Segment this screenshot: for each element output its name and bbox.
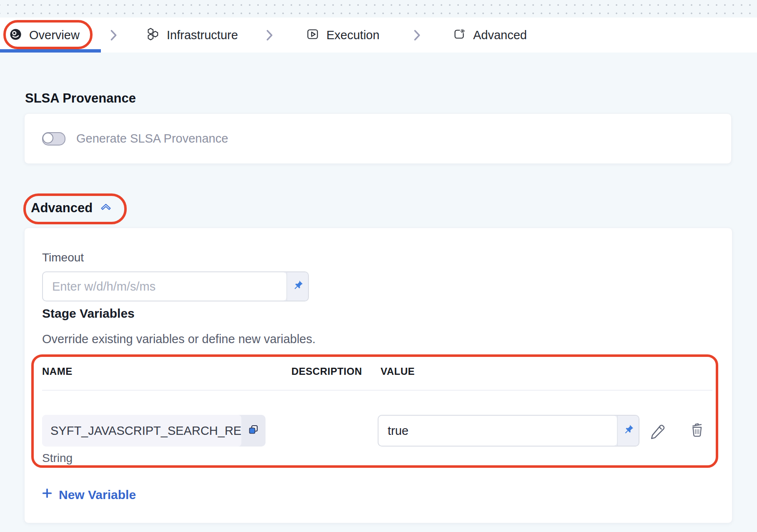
copy-icon (247, 424, 260, 438)
table-header-divider (42, 390, 712, 391)
chevron-right-icon (263, 28, 275, 44)
execution-play-icon (306, 28, 319, 43)
pin-icon (291, 279, 304, 294)
timeout-pin-button[interactable] (286, 272, 308, 301)
timeout-label: Timeout (42, 251, 84, 264)
generate-slsa-toggle[interactable] (42, 132, 65, 146)
stage-tab-bar: Overview Infrastructure Execution (0, 18, 757, 53)
copy-button[interactable] (241, 415, 266, 447)
value-pin-button[interactable] (617, 416, 639, 446)
dotted-header-strip (0, 0, 757, 18)
advanced-box-gear-icon (453, 28, 466, 43)
tab-infrastructure-label: Infrastructure (167, 28, 238, 42)
stage-variables-title: Stage Variables (42, 306, 135, 321)
tab-infrastructure[interactable]: Infrastructure (146, 18, 238, 53)
active-tab-underline (0, 49, 101, 53)
pin-icon (622, 424, 634, 438)
tab-execution-label: Execution (326, 28, 379, 42)
column-header-description: DESCRIPTION (291, 366, 362, 377)
tab-advanced[interactable]: Advanced (453, 18, 527, 53)
pencil-icon (649, 421, 667, 440)
variable-value-input[interactable] (378, 416, 617, 446)
trash-icon (688, 421, 706, 440)
tab-execution[interactable]: Execution (306, 18, 379, 53)
timeout-input[interactable] (43, 272, 286, 301)
new-variable-button[interactable]: New Variable (41, 487, 136, 502)
delete-variable-button[interactable] (687, 421, 707, 440)
generate-slsa-toggle-label: Generate SLSA Provenance (76, 132, 228, 146)
advanced-section-card: Timeout Stage Variables Override existin… (24, 228, 732, 523)
slsa-provenance-card: Generate SLSA Provenance (24, 113, 732, 164)
variable-name-value: SYFT_JAVASCRIPT_SEARCH_REM (42, 415, 241, 447)
variable-value-group (378, 415, 639, 447)
stage-variables-description: Override existing variables or define ne… (42, 332, 316, 346)
toggle-knob (43, 133, 53, 143)
advanced-section-header[interactable]: Advanced (31, 201, 113, 216)
tab-advanced-label: Advanced (473, 28, 527, 42)
column-header-value: VALUE (381, 366, 415, 377)
tab-overview-label: Overview (29, 28, 80, 42)
new-variable-label: New Variable (59, 488, 136, 502)
variable-name-group: SYFT_JAVASCRIPT_SEARCH_REM (42, 415, 266, 447)
variable-type-label: String (42, 452, 73, 465)
slsa-provenance-title: SLSA Provenance (25, 91, 136, 106)
overview-icon (9, 28, 22, 43)
chevron-right-icon (108, 28, 119, 44)
plus-icon (41, 487, 53, 502)
timeout-input-group (42, 271, 309, 301)
infrastructure-hexagons-icon (146, 27, 160, 43)
column-header-name: NAME (42, 366, 73, 377)
tab-overview[interactable]: Overview (9, 18, 80, 53)
chevron-right-icon (411, 28, 423, 44)
advanced-section-title: Advanced (31, 201, 93, 216)
edit-variable-button[interactable] (648, 421, 667, 440)
collapse-chevron-up-icon[interactable] (99, 201, 113, 216)
